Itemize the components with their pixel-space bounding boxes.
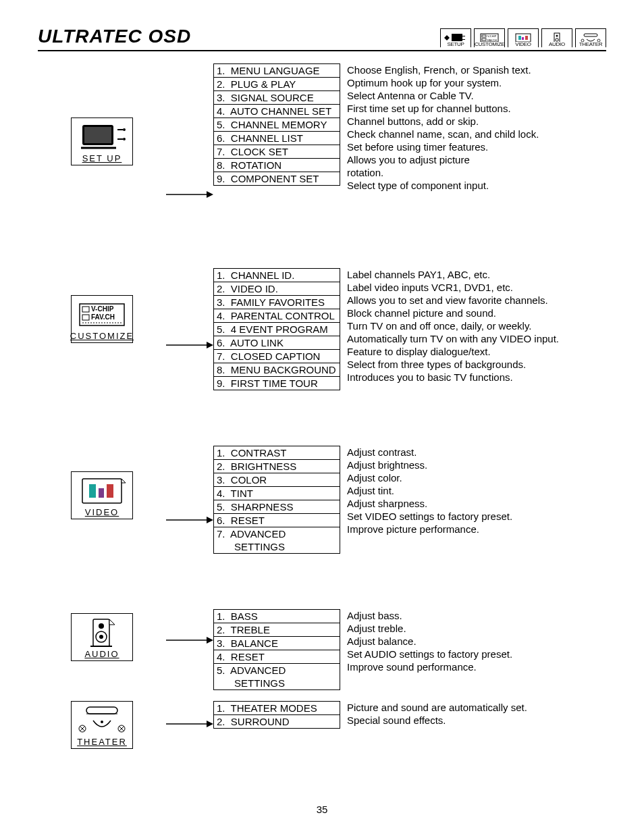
svg-marker-0 bbox=[444, 35, 450, 41]
menu-item-text: PLUG & PLAY bbox=[231, 78, 296, 90]
menu-item-text: COMPONENT SET bbox=[231, 173, 319, 184]
menu-item-desc: Automatically turn TV on with any VIDEO … bbox=[347, 332, 606, 345]
arrow bbox=[166, 118, 213, 234]
theater-icon-box: THEATER bbox=[71, 701, 133, 749]
menu-item-text: BALANCE bbox=[231, 637, 278, 649]
menu-item-number: 2. bbox=[217, 461, 228, 472]
menu-item-desc: Special sound effects. bbox=[347, 714, 606, 727]
desc-col: Label channels PAY1, ABC, etc.Label vide… bbox=[340, 268, 606, 384]
menu-item-text: 4 EVENT PROGRAM bbox=[231, 323, 328, 335]
svg-text:V-CHIP: V-CHIP bbox=[91, 305, 114, 313]
menu-item-text: RESET bbox=[231, 515, 265, 526]
menu-item-text: CLOSED CAPTION bbox=[231, 350, 321, 362]
svg-point-25 bbox=[123, 138, 126, 140]
svg-rect-1 bbox=[452, 34, 462, 41]
menu-item-text: CHANNEL LIST bbox=[231, 132, 303, 144]
menu-item-number: 6. bbox=[217, 337, 228, 348]
section-setup: SET UP1. MENU LANGUAGE2. PLUG & PLAY3. S… bbox=[38, 63, 606, 234]
menu-item: 6. AUTO LINK bbox=[214, 336, 340, 350]
audio-icon-box: AUDIO bbox=[71, 613, 133, 661]
menu-item-text: TREBLE bbox=[231, 624, 270, 635]
menu-item-text: PARENTAL CONTROL bbox=[231, 310, 335, 321]
icon-col: V-CHIPFAV.CHCUSTOMIZE bbox=[38, 268, 166, 343]
svg-rect-5 bbox=[482, 35, 486, 37]
svg-rect-38 bbox=[99, 488, 104, 498]
menu-item-desc: Adjust contrast. bbox=[347, 446, 606, 459]
menu-item-text: AUTO LINK bbox=[230, 337, 284, 348]
svg-rect-11 bbox=[522, 37, 524, 40]
menu-item-desc: Allows you to adjust picture bbox=[347, 153, 606, 166]
icon-label: SET UP bbox=[82, 153, 122, 163]
menu-item: 8. ROTATION bbox=[214, 159, 340, 172]
icon-label: VIDEO bbox=[85, 507, 119, 517]
menu-item: 1. CHANNEL ID. bbox=[214, 269, 340, 282]
menu-item: 5. 4 EVENT PROGRAM bbox=[214, 323, 340, 336]
menu-col: 1. THEATER MODES2. SURROUND bbox=[213, 701, 340, 729]
svg-rect-51 bbox=[86, 707, 117, 714]
menu-item-number: 3. bbox=[217, 637, 228, 649]
svg-point-46 bbox=[99, 635, 103, 639]
menu-item-desc: First time set up for channel buttons. bbox=[347, 102, 606, 115]
menu-item-text: CONTRAST bbox=[231, 447, 287, 459]
menu-item-number: 3. bbox=[217, 92, 228, 103]
section-audio: AUDIO1. BASS2. TREBLE3. BALANCE4. RESET5… bbox=[38, 609, 606, 692]
section-video: VIDEO1. CONTRAST2. BRIGHTNESS3. COLOR4. … bbox=[38, 446, 606, 575]
menu-item-number: 9. bbox=[217, 173, 228, 184]
svg-rect-2 bbox=[462, 36, 465, 36]
menu-item: 6. CHANNEL LIST bbox=[214, 132, 340, 145]
svg-rect-3 bbox=[462, 39, 465, 40]
arrow bbox=[166, 701, 213, 731]
menu-item: 9. COMPONENT SET bbox=[214, 172, 340, 185]
svg-rect-10 bbox=[518, 36, 521, 40]
arrow bbox=[166, 471, 213, 575]
svg-point-14 bbox=[556, 35, 558, 37]
menu-item-desc: Adjust balance. bbox=[347, 635, 606, 648]
audio-icon bbox=[78, 618, 126, 648]
menu-item-number: 6. bbox=[217, 515, 228, 526]
menu-item-text: SIGNAL SOURCE bbox=[231, 92, 314, 103]
menu-item-number: 5. bbox=[217, 119, 228, 130]
top-icon-audio: AUDIO bbox=[541, 28, 572, 47]
menu-col: 1. CHANNEL ID.2. VIDEO ID.3. FAMILY FAVO… bbox=[213, 268, 340, 390]
menu-item: 2. TREBLE bbox=[214, 623, 340, 637]
menu-item: 3. COLOR bbox=[214, 473, 340, 487]
icon-col: VIDEO bbox=[38, 446, 166, 519]
menu-item: 1. CONTRAST bbox=[214, 446, 340, 460]
menu-item-text: FAMILY FAVORITES bbox=[231, 296, 325, 308]
menu-item-desc: Label channels PAY1, ABC, etc. bbox=[347, 268, 606, 281]
menu-item-number: 2. bbox=[217, 78, 228, 90]
menu-item: 4. TINT bbox=[214, 487, 340, 500]
menu-item: 8. MENU BACKGROUND bbox=[214, 363, 340, 377]
top-icon-customize: V-CHIP FAV.CH CUSTOMIZE bbox=[474, 28, 505, 47]
menu-box: 1. THEATER MODES2. SURROUND bbox=[213, 701, 340, 729]
menu-item-number: 9. bbox=[217, 377, 228, 389]
svg-rect-23 bbox=[117, 138, 123, 140]
top-icon-strip: SETUP V-CHIP FAV.CH CUSTOMIZE bbox=[440, 28, 606, 47]
menu-item-text: ADVANCED bbox=[230, 528, 286, 540]
menu-item-sub: SETTINGS bbox=[217, 540, 337, 553]
menu-item-desc: Optimum hook up for your system. bbox=[347, 76, 606, 89]
menu-col: 1. BASS2. TREBLE3. BALANCE4. RESET5. ADV… bbox=[213, 609, 340, 690]
menu-item: 2. SURROUND bbox=[214, 715, 340, 728]
menu-item: 4. PARENTAL CONTROL bbox=[214, 309, 340, 323]
menu-item: 1. THEATER MODES bbox=[214, 702, 340, 715]
desc-col: Picture and sound are automatically set.… bbox=[340, 701, 606, 727]
menu-item-desc: Check channel name, scan, and child lock… bbox=[347, 128, 606, 140]
menu-item-number: 5. bbox=[217, 323, 228, 335]
menu-item-desc: Improve picture performance. bbox=[347, 523, 606, 536]
svg-rect-37 bbox=[89, 484, 96, 498]
desc-spacer bbox=[347, 673, 606, 686]
page-title: ULTRATEC OSD bbox=[38, 26, 191, 47]
svg-rect-16 bbox=[584, 34, 597, 36]
top-icon-label: AUDIO bbox=[542, 42, 572, 47]
menu-item-number: 2. bbox=[217, 283, 228, 294]
menu-item: 3. BALANCE bbox=[214, 637, 340, 650]
menu-item-desc: Turn TV on and off once, daily, or weekl… bbox=[347, 319, 606, 332]
customize-icon: V-CHIPFAV.CH bbox=[78, 300, 126, 330]
svg-rect-20 bbox=[84, 127, 111, 143]
menu-item: 7. CLOCK SET bbox=[214, 145, 340, 159]
desc-spacer bbox=[347, 536, 606, 548]
icon-col: THEATER bbox=[38, 701, 166, 749]
menu-item: 5. ADVANCEDSETTINGS bbox=[214, 664, 340, 689]
menu-item: 9. FIRST TIME TOUR bbox=[214, 377, 340, 390]
